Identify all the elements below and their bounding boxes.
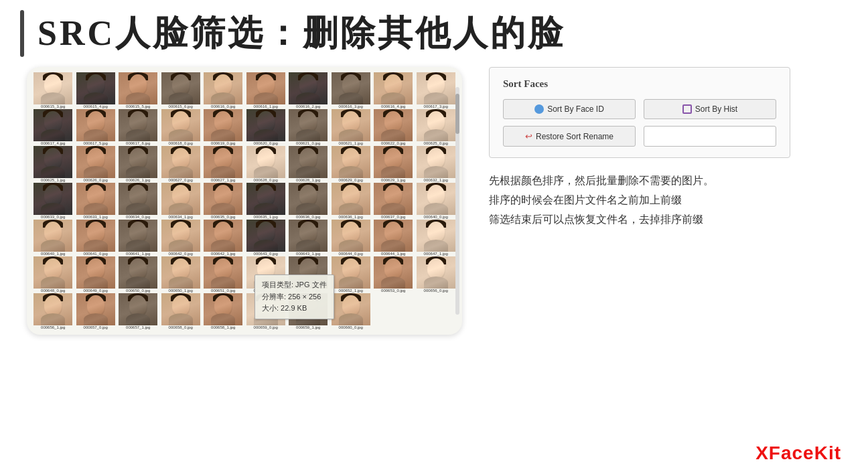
image-filename: 000649_0.jpg [76, 289, 116, 293]
image-filename: 000658_0.jpg [161, 325, 201, 329]
image-cell[interactable]: 000629_0.jpg [330, 146, 372, 182]
image-cell[interactable]: 000642_0.jpg [160, 220, 202, 256]
image-filename: 000635_0.jpg [203, 215, 243, 219]
image-cell[interactable]: 000636_1.jpg [330, 183, 372, 219]
image-filename: 000640_0.jpg [416, 215, 456, 219]
image-cell[interactable]: 000617_3.jpg [415, 72, 457, 108]
image-cell[interactable]: 000642_1.jpg [202, 220, 244, 256]
image-cell[interactable]: 000660_0.jpg [330, 293, 372, 329]
image-cell[interactable]: 000618_0.jpg [160, 109, 202, 145]
image-cell[interactable]: 000617_4.jpg [32, 109, 74, 145]
tooltip-line2: 分辨率: 256 × 256 [262, 291, 327, 303]
image-cell[interactable]: 000619_0.jpg [202, 109, 244, 145]
image-cell[interactable]: 000616_1.jpg [245, 72, 287, 108]
image-cell[interactable]: 000627_1.jpg [202, 146, 244, 182]
image-cell[interactable]: 000636_0.jpg [287, 183, 330, 219]
image-cell[interactable]: 000651_0.jpg [202, 256, 244, 293]
image-grid: 000615_3.jpg000615_4.jpg000615_5.jpg0006… [32, 72, 457, 329]
image-cell[interactable]: 000656_1.jpg [32, 293, 74, 329]
image-cell[interactable]: 000635_0.jpg [202, 183, 244, 219]
image-filename: 000617_5.jpg [76, 141, 116, 145]
restore-sort-button[interactable]: ↩ Restore Sort Rename [503, 126, 636, 147]
image-cell[interactable]: 000640_1.jpg [32, 220, 74, 256]
image-filename: 000615_6.jpg [161, 104, 201, 108]
image-cell[interactable]: 000626_1.jpg [117, 146, 159, 182]
image-filename: 000644_1.jpg [373, 252, 413, 256]
image-cell[interactable]: 000648_0.jpg [32, 256, 74, 293]
image-filename: 000660_0.jpg [331, 325, 371, 329]
image-cell[interactable]: 000620_0.jpg [245, 109, 287, 145]
image-filename: 000617_3.jpg [416, 104, 456, 108]
image-filename: 000656_1.jpg [33, 325, 73, 329]
image-filename: 000635_1.jpg [246, 215, 286, 219]
brand-logo: XFaceKit [755, 443, 841, 464]
image-cell[interactable]: 000633_0.jpg [32, 183, 74, 219]
image-cell[interactable]: 000657_1.jpg [117, 293, 159, 329]
image-filename: 000626_0.jpg [76, 178, 116, 182]
image-cell[interactable]: 000617_6.jpg [117, 109, 159, 145]
sort-by-face-id-button[interactable]: Sort By Face ID [503, 99, 636, 119]
image-cell[interactable]: 000616_4.jpg [372, 72, 415, 108]
image-cell[interactable]: 000621_1.jpg [330, 109, 372, 145]
image-cell[interactable]: 000657_0.jpg [75, 293, 117, 329]
image-cell[interactable]: 000658_1.jpg [202, 293, 244, 329]
image-cell[interactable]: 000637_0.jpg [372, 183, 415, 219]
image-cell[interactable]: 000643_1.jpg [287, 220, 330, 256]
image-cell[interactable]: 000616_0.jpg [202, 72, 244, 108]
image-cell[interactable]: 000625_0.jpg [415, 109, 457, 145]
image-cell[interactable]: 000650_1.jpg [160, 256, 202, 293]
image-cell[interactable]: 000644_0.jpg [330, 220, 372, 256]
scrollbar[interactable] [455, 87, 459, 315]
image-cell[interactable]: 000617_5.jpg [75, 109, 117, 145]
image-filename: 000643_1.jpg [288, 252, 328, 256]
image-cell[interactable]: 000650_0.jpg [117, 256, 159, 293]
image-filename: 000642_0.jpg [161, 252, 201, 256]
image-filename: 000643_0.jpg [246, 252, 286, 256]
image-filename: 000615_3.jpg [33, 104, 73, 108]
image-cell[interactable]: 000653_0.jpg [372, 256, 415, 293]
image-panel[interactable]: 000615_3.jpg000615_4.jpg000615_5.jpg0006… [27, 67, 462, 335]
image-cell[interactable]: 000626_0.jpg [75, 146, 117, 182]
image-filename: 000619_0.jpg [203, 141, 243, 145]
image-cell[interactable]: 000632_1.jpg [415, 146, 457, 182]
image-cell[interactable]: 000616_2.jpg [287, 72, 330, 108]
image-cell[interactable]: 000634_1.jpg [160, 183, 202, 219]
image-cell[interactable]: 000640_0.jpg [415, 183, 457, 219]
image-cell[interactable]: 000634_0.jpg [117, 183, 159, 219]
image-filename: 000616_2.jpg [288, 104, 328, 108]
sort-input-field[interactable] [644, 126, 776, 147]
image-cell[interactable]: 000644_1.jpg [372, 220, 415, 256]
desc-line3: 筛选结束后可以点恢复文件名，去掉排序前缀 [489, 210, 841, 230]
sort-by-hist-button[interactable]: Sort By Hist [644, 99, 776, 119]
image-filename: 000616_4.jpg [373, 104, 413, 108]
image-cell[interactable]: 000628_1.jpg [287, 146, 330, 182]
image-cell[interactable]: 000652_1.jpg [330, 256, 372, 293]
image-cell[interactable]: 000629_1.jpg [372, 146, 415, 182]
image-cell[interactable]: 000615_3.jpg [32, 72, 74, 108]
image-cell[interactable]: 000627_0.jpg [160, 146, 202, 182]
image-cell[interactable]: 000628_0.jpg [245, 146, 287, 182]
image-cell[interactable]: 000656_0.jpg [415, 256, 457, 293]
image-cell[interactable]: 000622_0.jpg [372, 109, 415, 145]
tooltip-line3: 大小: 22.9 KB [262, 303, 327, 315]
image-cell[interactable]: 000658_0.jpg [160, 293, 202, 329]
image-cell[interactable]: 000625_1.jpg [32, 146, 74, 182]
restore-icon: ↩ [525, 131, 532, 141]
image-cell[interactable]: 000649_0.jpg [75, 256, 117, 293]
image-cell[interactable]: 000635_1.jpg [245, 183, 287, 219]
image-filename: 000647_1.jpg [416, 252, 456, 256]
image-filename: 000651_0.jpg [203, 289, 243, 293]
image-cell[interactable]: 000615_5.jpg [117, 72, 159, 108]
restore-row: ↩ Restore Sort Rename [503, 126, 776, 147]
image-cell[interactable]: 000633_1.jpg [75, 183, 117, 219]
image-cell[interactable]: 000615_6.jpg [160, 72, 202, 108]
image-cell[interactable]: 000616_3.jpg [330, 72, 372, 108]
image-cell[interactable]: 000647_1.jpg [415, 220, 457, 256]
image-filename: 000657_0.jpg [76, 325, 116, 329]
image-cell[interactable]: 000643_0.jpg [245, 220, 287, 256]
image-filename: 000632_1.jpg [416, 178, 456, 182]
image-cell[interactable]: 000641_0.jpg [75, 220, 117, 256]
image-cell[interactable]: 000615_4.jpg [75, 72, 117, 108]
image-cell[interactable]: 000641_1.jpg [117, 220, 159, 256]
image-cell[interactable]: 000621_0.jpg [287, 109, 330, 145]
